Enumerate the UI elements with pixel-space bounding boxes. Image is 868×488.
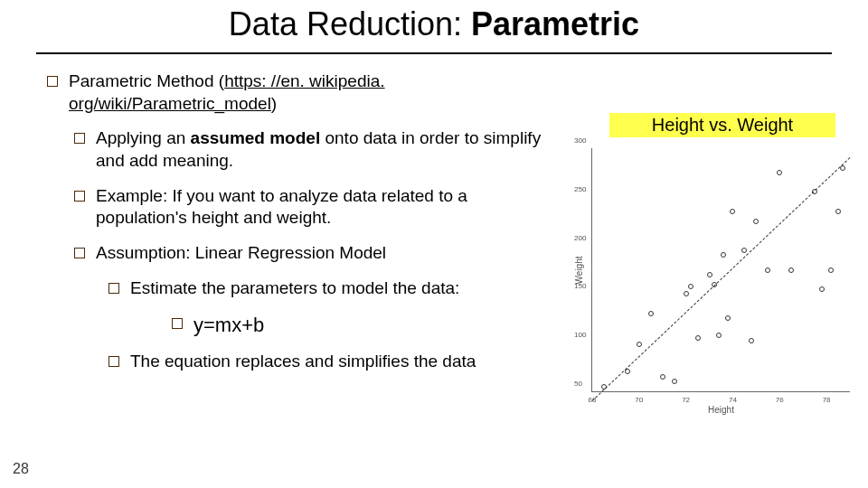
data-point xyxy=(741,248,747,253)
data-point xyxy=(672,379,677,384)
y-axis-label: Weight xyxy=(574,256,584,284)
bullet-assumption: Assumption: Linear Regression Model xyxy=(72,242,552,265)
data-point xyxy=(749,338,754,343)
bullet-text: The equation replaces and simplifies the… xyxy=(130,351,552,373)
bullet-text: Example: If you want to analyze data rel… xyxy=(96,185,552,230)
square-bullet-icon xyxy=(72,189,87,203)
data-point xyxy=(730,209,735,214)
data-point xyxy=(765,267,770,273)
x-tick: 74 xyxy=(729,396,737,404)
bullet-applying-model: Applying an assumed model onto data in o… xyxy=(72,127,552,172)
data-point xyxy=(819,286,825,292)
title-text: Data Reduction: xyxy=(229,5,471,42)
square-bullet-icon xyxy=(170,316,184,331)
square-bullet-icon xyxy=(72,246,87,260)
bullet-replaces: The equation replaces and simplifies the… xyxy=(107,351,552,373)
bullet-text: y=mx+b xyxy=(193,313,552,339)
data-point xyxy=(684,291,689,296)
y-tick: 250 xyxy=(574,184,586,192)
square-bullet-icon xyxy=(45,74,60,89)
chart-title: Height vs. Weight xyxy=(609,113,835,137)
x-tick: 78 xyxy=(823,396,831,404)
data-point xyxy=(788,267,794,273)
data-point xyxy=(660,374,665,380)
x-tick: 72 xyxy=(682,396,690,404)
data-point xyxy=(828,267,834,273)
square-bullet-icon xyxy=(107,354,121,369)
title-bold: Parametric xyxy=(471,5,639,42)
x-tick: 70 xyxy=(635,396,643,404)
square-bullet-icon xyxy=(107,281,121,296)
y-tick: 200 xyxy=(574,233,586,241)
x-tick: 76 xyxy=(776,396,784,404)
bullet-text: Estimate the parameters to model the dat… xyxy=(130,277,552,300)
data-point xyxy=(721,252,726,258)
data-point xyxy=(695,335,701,341)
content-area: Parametric Method (https: //en. wikipedi… xyxy=(45,70,552,386)
title-rule xyxy=(36,52,832,54)
data-point xyxy=(716,333,722,338)
y-tick: 100 xyxy=(574,331,586,339)
bullet-text: Applying an assumed model onto data in o… xyxy=(96,127,552,172)
data-point xyxy=(725,315,731,321)
x-axis-label: Height xyxy=(708,405,734,415)
bullet-equation: y=mx+b xyxy=(170,313,552,339)
data-point xyxy=(637,342,642,347)
bullet-text: Parametric Method (https: //en. wikipedi… xyxy=(69,70,552,115)
data-point xyxy=(835,209,841,214)
scatter-chart: Weight Height 68707274767850100150200250… xyxy=(591,148,850,392)
bullet-parametric-method: Parametric Method (https: //en. wikipedi… xyxy=(45,70,552,115)
data-point xyxy=(688,284,693,289)
y-tick: 300 xyxy=(574,136,586,145)
square-bullet-icon xyxy=(72,131,87,145)
data-point xyxy=(777,170,782,175)
bullet-example: Example: If you want to analyze data rel… xyxy=(72,185,552,230)
y-tick: 50 xyxy=(574,380,582,388)
regression-line xyxy=(592,157,851,401)
data-point xyxy=(707,272,712,277)
bullet-text: Assumption: Linear Regression Model xyxy=(96,242,552,265)
bullet-estimate: Estimate the parameters to model the dat… xyxy=(107,277,552,300)
chart-container: Height vs. Weight Weight Height 68707274… xyxy=(582,113,844,392)
data-point xyxy=(648,311,654,316)
slide-title: Data Reduction: Parametric xyxy=(0,5,868,43)
data-point xyxy=(753,219,759,224)
page-number: 28 xyxy=(13,461,29,477)
y-tick: 150 xyxy=(574,282,586,290)
